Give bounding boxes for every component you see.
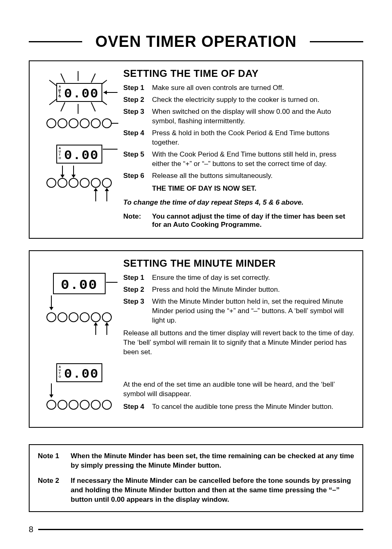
svg-point-23 xyxy=(102,119,111,128)
svg-marker-60 xyxy=(94,322,98,325)
heading-time-of-day: SETTING THE TIME OF DAY xyxy=(123,68,355,79)
step-row: Step 2 Check the electricity supply to t… xyxy=(123,95,355,105)
svg-text:0.00: 0.00 xyxy=(61,277,98,293)
svg-point-76 xyxy=(91,400,100,409)
svg-text:0.00: 0.00 xyxy=(64,367,99,382)
svg-marker-52 xyxy=(49,307,53,310)
svg-text:T: T xyxy=(59,372,61,375)
svg-point-72 xyxy=(47,400,56,409)
svg-point-20 xyxy=(69,119,78,128)
svg-line-3 xyxy=(91,74,95,83)
svg-point-74 xyxy=(69,400,78,409)
page-footer: 8 xyxy=(29,525,363,534)
note-row: Note: You cannot adjust the time of day … xyxy=(123,212,355,229)
svg-point-34 xyxy=(58,178,67,187)
step-row: Step 2 Press and hold the Minute Minder … xyxy=(123,285,355,295)
svg-marker-17 xyxy=(104,90,107,95)
title-rule-right xyxy=(310,41,363,42)
svg-marker-62 xyxy=(105,322,109,325)
svg-point-55 xyxy=(69,313,78,322)
step-row: Step 3 With the Minute Minder button hel… xyxy=(123,297,355,325)
svg-point-36 xyxy=(80,178,89,187)
title-rule-left xyxy=(29,41,82,42)
diagram-set-time: A U T O 0.00 xyxy=(37,142,119,212)
svg-point-22 xyxy=(91,119,100,128)
svg-text:O: O xyxy=(59,375,61,378)
svg-point-75 xyxy=(80,400,89,409)
svg-text:A: A xyxy=(59,365,61,368)
svg-point-73 xyxy=(58,400,67,409)
illustration-column-1: A U A U T O 0.00 xyxy=(37,68,123,229)
svg-point-77 xyxy=(102,400,111,409)
svg-marker-40 xyxy=(60,175,65,178)
svg-marker-70 xyxy=(49,394,53,398)
section-minute-minder: 0.00 xyxy=(29,250,363,428)
svg-line-5 xyxy=(49,99,57,105)
svg-point-57 xyxy=(91,313,100,322)
page-title: OVEN TIMER OPERATION xyxy=(82,33,310,51)
svg-point-38 xyxy=(102,178,111,187)
svg-point-33 xyxy=(47,178,56,187)
step-row: Step 1 Ensure the time of day is set cor… xyxy=(123,273,355,283)
svg-point-58 xyxy=(102,313,111,322)
page: OVEN TIMER OPERATION xyxy=(0,0,392,549)
svg-text:O: O xyxy=(59,157,61,159)
svg-line-6 xyxy=(61,102,65,111)
svg-point-21 xyxy=(80,119,89,128)
svg-point-56 xyxy=(80,313,89,322)
step-row: Step 5 With the Cook Period & End Time b… xyxy=(123,150,355,169)
svg-point-54 xyxy=(58,313,67,322)
title-row: OVEN TIMER OPERATION xyxy=(29,33,363,51)
svg-point-19 xyxy=(58,119,67,128)
svg-point-18 xyxy=(47,119,56,128)
note-item: Note 2 If necessary the Minute Minder ca… xyxy=(38,476,354,505)
svg-point-37 xyxy=(91,178,100,187)
step-row: Step 4 To cancel the audible tone press … xyxy=(123,402,355,412)
time-set-confirmation: THE TIME OF DAY IS NOW SET. xyxy=(152,185,355,193)
svg-text:O: O xyxy=(59,95,61,98)
footer-rule xyxy=(38,529,363,530)
svg-line-8 xyxy=(91,102,95,111)
svg-point-35 xyxy=(69,178,78,187)
svg-line-1 xyxy=(61,74,65,83)
heading-minute-minder: SETTING THE MINUTE MINDER xyxy=(123,258,355,269)
svg-text:T: T xyxy=(59,153,61,156)
svg-marker-44 xyxy=(94,188,98,191)
step-row: Step 4 Press & hold in both the Cook Per… xyxy=(123,129,355,148)
page-number: 8 xyxy=(29,525,33,534)
diagram-minute-minder-set: 0.00 xyxy=(37,270,119,340)
svg-text:U: U xyxy=(59,88,61,91)
svg-point-53 xyxy=(47,313,56,322)
illustration-column-2: 0.00 xyxy=(37,258,123,418)
step-row: Step 1 Make sure all oven controls are t… xyxy=(123,83,355,93)
svg-text:T: T xyxy=(59,92,61,95)
notes-box: Note 1 When the Minute Minder has been s… xyxy=(29,444,363,512)
svg-marker-42 xyxy=(71,175,76,178)
step-body: Make sure all oven controls are turned O… xyxy=(152,83,355,93)
display-readout: 0.00 xyxy=(64,86,99,101)
paragraph: At the end of the set time an audible to… xyxy=(123,380,355,399)
svg-text:U: U xyxy=(59,369,61,371)
svg-marker-46 xyxy=(105,188,109,191)
section-time-of-day: A U A U T O 0.00 xyxy=(29,60,363,239)
svg-text:U: U xyxy=(59,150,61,153)
svg-text:A: A xyxy=(59,85,61,88)
paragraph: Release all buttons and the timer displa… xyxy=(123,329,355,357)
svg-line-0 xyxy=(49,80,57,86)
change-time-instruction: To change the time of day repeat Steps 4… xyxy=(123,198,355,207)
step-row: Step 6 Release all the buttons simultane… xyxy=(123,171,355,181)
diagram-display-flashing: A U A U T O 0.00 xyxy=(37,68,119,138)
svg-text:A: A xyxy=(59,147,61,150)
note-item: Note 1 When the Minute Minder has been s… xyxy=(38,452,354,471)
step-label: Step 1 xyxy=(123,83,152,93)
step-row: Step 3 When switched on the display will… xyxy=(123,107,355,126)
svg-text:0.00: 0.00 xyxy=(64,148,99,163)
diagram-minute-minder-cancel: A U T O 0.00 xyxy=(37,360,119,418)
